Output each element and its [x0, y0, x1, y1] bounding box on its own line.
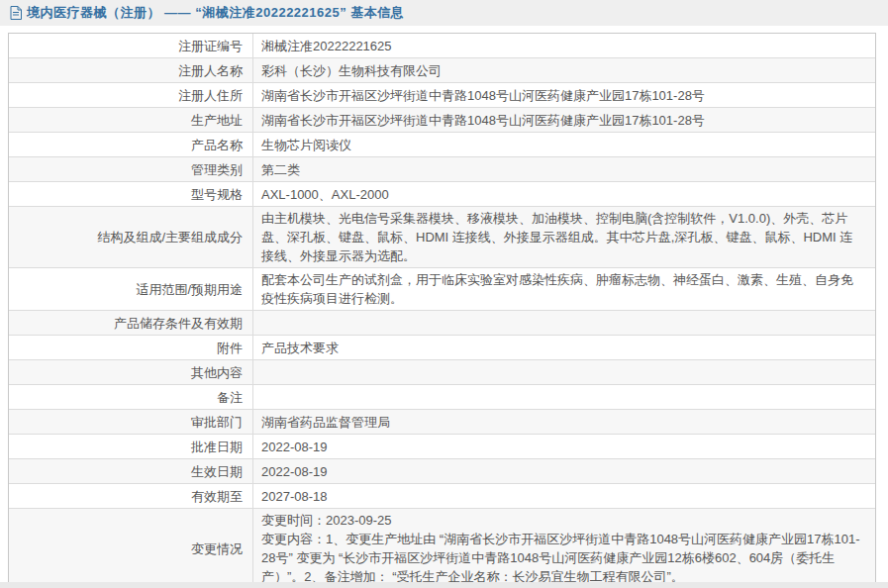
row-value-cell: 湖南省长沙市开福区沙坪街道中青路1048号山河医药健康产业园17栋101-28号 — [253, 83, 875, 107]
row-value-cell: 第二类 — [253, 157, 875, 181]
table-row: 适用范围/预期用途 配套本公司生产的试剂盒，用于临床实验室对感染性疾病、肿瘤标志… — [9, 267, 875, 310]
table-row: 管理类别 第二类 — [9, 156, 875, 181]
info-table: 注册证编号 湘械注准20222221625 注册人名称 彩科（长沙）生物科技有限… — [8, 33, 876, 588]
page-title: 境内医疗器械（注册） —— “湘械注准20222221625” 基本信息 — [27, 4, 404, 22]
row-value-cell — [253, 360, 875, 384]
row-value-cell: 变更时间：2023-09-25 变更内容：1、变更生产地址由 “湖南省长沙市开福… — [253, 509, 875, 588]
row-value-cell: 2022-08-19 — [253, 459, 875, 483]
table-row: 产品名称 生物芯片阅读仪 — [9, 132, 875, 156]
row-value: 湖南省药品监督管理局 — [261, 413, 390, 432]
row-label: 产品名称 — [191, 136, 243, 154]
row-label-cell: 适用范围/预期用途 — [9, 268, 253, 310]
table-row: 审批部门 湖南省药品监督管理局 — [9, 409, 875, 434]
row-value-cell: 产品技术要求 — [253, 336, 875, 359]
row-label: 注册证编号 — [178, 37, 243, 55]
row-label-cell: 产品名称 — [9, 133, 253, 156]
document-icon — [10, 6, 22, 20]
row-label: 变更情况 — [191, 539, 243, 558]
row-value-cell: 彩科（长沙）生物科技有限公司 — [253, 58, 875, 82]
row-value-cell: 湖南省药品监督管理局 — [253, 410, 875, 434]
table-row: 批准日期 2022-08-19 — [9, 434, 875, 458]
row-label-cell: 管理类别 — [9, 157, 253, 181]
row-label-cell: 附件 — [9, 336, 253, 359]
row-value-cell: 配套本公司生产的试剂盒，用于临床实验室对感染性疾病、肿瘤标志物、神经蛋白、激素、… — [253, 268, 875, 310]
row-label-cell: 变更情况 — [9, 509, 253, 588]
row-value-cell: AXL-1000、AXL-2000 — [253, 182, 875, 206]
row-label-cell: 审批部门 — [9, 410, 253, 434]
row-label-cell: 产品储存条件及有效期 — [9, 311, 253, 335]
row-value: 湖南省长沙市开福区沙坪街道中青路1048号山河医药健康产业园17栋101-28号 — [261, 111, 705, 130]
row-label: 管理类别 — [191, 160, 243, 179]
table-row: 变更情况 变更时间：2023-09-25 变更内容：1、变更生产地址由 “湖南省… — [9, 508, 875, 588]
row-label-cell: 注册人住所 — [9, 83, 253, 107]
row-label: 审批部门 — [191, 413, 243, 432]
row-value: 配套本公司生产的试剂盒，用于临床实验室对感染性疾病、肿瘤标志物、神经蛋白、激素、… — [261, 270, 863, 308]
row-label-cell: 有效期至 — [9, 484, 253, 508]
table-row: 注册人名称 彩科（长沙）生物科技有限公司 — [9, 57, 875, 82]
row-value: 第二类 — [261, 160, 300, 179]
row-value-cell: 生物芯片阅读仪 — [253, 133, 875, 156]
row-value-cell: 2022-08-19 — [253, 435, 875, 458]
row-value: 产品技术要求 — [261, 339, 339, 357]
row-value: 彩科（长沙）生物科技有限公司 — [261, 61, 442, 80]
row-value: 2022-08-19 — [261, 462, 328, 481]
row-value: 变更时间：2023-09-25 变更内容：1、变更生产地址由 “湖南省长沙市开福… — [261, 511, 863, 586]
row-value-cell — [253, 311, 875, 335]
table-row: 生效日期 2022-08-19 — [9, 458, 875, 483]
row-value-cell: 湘械注准20222221625 — [253, 34, 875, 57]
row-label-cell: 生产地址 — [9, 108, 253, 132]
row-value: 2022-08-19 — [261, 438, 328, 456]
page-header: 境内医疗器械（注册） —— “湘械注准20222221625” 基本信息 — [0, 0, 888, 26]
row-value: 2027-08-18 — [261, 487, 328, 506]
row-label: 其他内容 — [191, 363, 243, 382]
row-label: 附件 — [217, 339, 243, 357]
table-row: 附件 产品技术要求 — [9, 335, 875, 359]
row-value-cell — [253, 385, 875, 409]
row-value: 湖南省长沙市开福区沙坪街道中青路1048号山河医药健康产业园17栋101-28号 — [261, 86, 705, 105]
table-row: 产品储存条件及有效期 — [9, 310, 875, 335]
footer-strip — [0, 582, 888, 588]
row-value-cell: 2027-08-18 — [253, 484, 875, 508]
row-value: 由主机模块、光电信号采集器模块、移液模块、加油模块、控制电脑(含控制软件，V1.… — [261, 209, 863, 265]
row-value: 生物芯片阅读仪 — [261, 136, 351, 154]
row-value: 湘械注准20222221625 — [261, 37, 392, 55]
row-label: 注册人名称 — [178, 61, 243, 80]
row-value: AXL-1000、AXL-2000 — [261, 185, 389, 204]
row-label: 结构及组成/主要组成成分 — [97, 228, 243, 246]
row-label: 有效期至 — [191, 487, 243, 506]
table-row: 其他内容 — [9, 359, 875, 384]
table-row: 生产地址 湖南省长沙市开福区沙坪街道中青路1048号山河医药健康产业园17栋10… — [9, 107, 875, 132]
table-row: 备注 — [9, 384, 875, 409]
row-label: 适用范围/预期用途 — [136, 280, 243, 299]
row-label: 生效日期 — [191, 462, 243, 481]
row-label-cell: 注册证编号 — [9, 34, 253, 57]
row-value-cell: 湖南省长沙市开福区沙坪街道中青路1048号山河医药健康产业园17栋101-28号 — [253, 108, 875, 132]
row-label-cell: 生效日期 — [9, 459, 253, 483]
table-row: 有效期至 2027-08-18 — [9, 483, 875, 508]
row-label: 产品储存条件及有效期 — [114, 314, 243, 333]
row-label-cell: 注册人名称 — [9, 58, 253, 82]
table-row: 结构及组成/主要组成成分 由主机模块、光电信号采集器模块、移液模块、加油模块、控… — [9, 206, 875, 267]
row-label-cell: 其他内容 — [9, 360, 253, 384]
row-label: 型号规格 — [191, 185, 243, 204]
row-value-cell: 由主机模块、光电信号采集器模块、移液模块、加油模块、控制电脑(含控制软件，V1.… — [253, 207, 875, 267]
row-label-cell: 备注 — [9, 385, 253, 409]
row-label-cell: 批准日期 — [9, 435, 253, 458]
row-label-cell: 型号规格 — [9, 182, 253, 206]
row-label: 备注 — [217, 388, 243, 407]
table-row: 注册人住所 湖南省长沙市开福区沙坪街道中青路1048号山河医药健康产业园17栋1… — [9, 82, 875, 107]
row-label: 生产地址 — [191, 111, 243, 130]
table-row: 注册证编号 湘械注准20222221625 — [9, 34, 875, 57]
row-label-cell: 结构及组成/主要组成成分 — [9, 207, 253, 267]
row-label: 批准日期 — [191, 438, 243, 456]
table-row: 型号规格 AXL-1000、AXL-2000 — [9, 181, 875, 206]
row-label: 注册人住所 — [178, 86, 243, 105]
